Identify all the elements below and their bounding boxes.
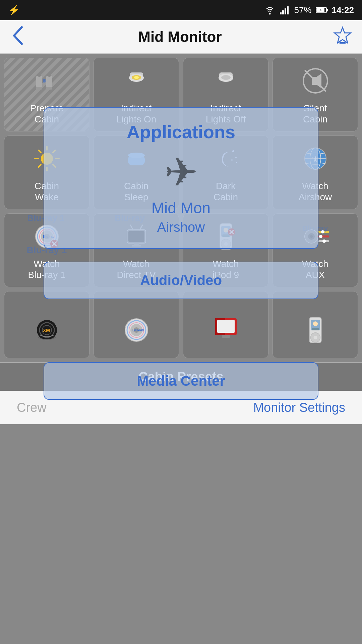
back-button[interactable] [10,25,27,48]
svg-point-81 [319,235,322,238]
svg-rect-3 [285,8,286,14]
applications-subtitle: Mid Mon [61,199,301,217]
ipod2-button[interactable] [273,291,358,358]
seats-icon [34,71,60,99]
lamp-on-icon [123,71,150,99]
xm-radio-button[interactable]: XM [4,291,89,358]
svg-point-0 [269,13,271,15]
audiovideo-overlay: Audio/Video [44,262,318,299]
svg-rect-6 [326,9,328,11]
star-button[interactable] [333,26,352,47]
svg-line-30 [305,71,325,91]
svg-point-27 [221,75,231,80]
svg-rect-95 [217,320,235,333]
applications-sub2: Airshow [61,220,301,235]
monitor-settings-link[interactable]: Monitor Settings [253,400,345,415]
ipod2-icon [304,317,327,348]
svg-rect-1 [280,12,282,14]
signal-icon [280,6,290,14]
svg-point-24 [134,76,139,79]
svg-text:Blu-ray: Blu-ray [132,328,144,332]
svg-marker-10 [335,28,351,43]
status-right: 57% 14:22 [264,5,354,15]
mediacenter-overlay: Media Center [44,362,318,400]
page-title: Mid Monitor [138,29,222,45]
svg-point-100 [313,321,317,326]
header: Mid Monitor [0,20,362,54]
svg-rect-11 [339,42,346,44]
xm-icon: XM [34,317,60,348]
usb-icon: ⚡ [8,5,20,16]
svg-rect-97 [220,338,232,339]
mediacenter-title: Media Center [61,373,301,389]
svg-point-80 [321,230,324,233]
svg-rect-13 [36,87,42,90]
applications-title: Applications [61,121,301,142]
bluray2-icon: Blu-ray [123,317,150,348]
svg-rect-20 [43,79,46,83]
svg-text:XM: XM [43,328,50,333]
svg-line-36 [39,150,41,153]
svg-rect-96 [222,335,230,338]
svg-point-15 [37,73,41,77]
battery-icon [316,7,328,13]
battery-percent: 57% [294,5,311,15]
wifi-icon [264,5,276,15]
svg-rect-101 [312,328,319,330]
svg-rect-2 [282,10,284,14]
status-left: ⚡ [8,5,20,16]
theater-button[interactable] [183,291,268,358]
svg-line-39 [39,165,41,167]
lamp-off-icon [213,71,239,99]
svg-point-103 [313,336,317,339]
clock: 14:22 [332,5,354,15]
applications-overlay: Applications ✈ Mid Mon Airshow [44,107,318,249]
crew-label: Crew [17,400,47,415]
svg-point-19 [47,73,51,77]
svg-rect-17 [46,87,52,90]
audiovideo-title: Audio/Video [61,272,301,288]
mute-icon [302,67,329,99]
applications-icon: ✈ [61,149,301,196]
status-bar: ⚡ 57% 14:22 [0,0,362,20]
bluray2-button[interactable]: Blu-ray [94,291,179,358]
svg-rect-4 [287,6,289,14]
theater-icon [213,317,239,348]
grid-area: Applications ✈ Mid Mon Airshow Audio/Vid… [0,54,362,362]
svg-point-82 [322,239,326,243]
